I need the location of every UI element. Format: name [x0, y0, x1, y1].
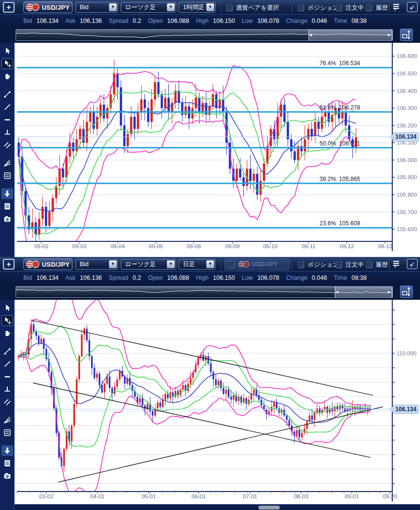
minimize-window-button[interactable]: ↙: [407, 2, 418, 12]
fibonacci-fan-icon: [2, 158, 13, 168]
svg-text:106.600: 106.600: [397, 53, 417, 59]
add-chart-button[interactable]: +: [3, 259, 15, 270]
spread-value: 0.2: [133, 18, 141, 24]
tool-fibonacci-fan-button[interactable]: [1, 415, 13, 425]
tool-memo-button[interactable]: [1, 201, 13, 212]
low-value: 106.078: [257, 274, 279, 281]
chart-type-select[interactable]: ローソク足 ▼: [121, 259, 176, 270]
svg-text:110.000: 110.000: [397, 350, 417, 356]
tool-line-button[interactable]: [1, 102, 13, 112]
arrow-down-icon: [2, 189, 13, 199]
tool-trendline-button[interactable]: [1, 89, 13, 100]
fib-level-label: 23.6% 105.609: [320, 220, 361, 227]
chart-type-value: ローソク足: [125, 260, 156, 269]
range-handle-right[interactable]: ▶: [388, 290, 390, 294]
price-type-value: Bid: [80, 261, 89, 268]
svg-text:04-01: 04-01: [90, 493, 104, 499]
svg-text:105.700: 105.700: [397, 209, 417, 215]
pan-icon: [2, 72, 13, 81]
positions-checkbox[interactable]: [298, 5, 304, 11]
tool-line-button[interactable]: [1, 359, 13, 369]
range-handle-left[interactable]: ◀: [336, 290, 338, 294]
tool-parallel-lines-button[interactable]: [1, 140, 13, 150]
chart-window-hourly: + USD/JPY Bid ▼ ローソク足 ▼ 1時間足 ▼ 通貨ペアを選択 ポ…: [0, 0, 420, 257]
pair-button[interactable]: USD/JPY: [23, 258, 73, 270]
chart-range-scrollbar[interactable]: ◀▶: [16, 286, 393, 298]
fibonacci-retracement-icon: [2, 428, 13, 437]
svg-text:09-03: 09-03: [72, 243, 86, 249]
tool-parallel-lines-button[interactable]: [1, 397, 13, 407]
indicator-menu-icon[interactable]: [392, 260, 400, 269]
pair-button[interactable]: USD/JPY: [23, 1, 73, 13]
history-checkbox[interactable]: [366, 5, 372, 11]
range-handle-right[interactable]: ▶: [388, 33, 390, 37]
chart-type-select[interactable]: ローソク足 ▼: [121, 2, 176, 13]
price-type-select[interactable]: Bid ▼: [75, 259, 118, 270]
orders-checkbox[interactable]: [336, 5, 342, 11]
fibonacci-fan-icon: [2, 415, 13, 425]
positions-label: ポジション: [308, 4, 339, 12]
svg-text:09-02: 09-02: [34, 243, 48, 249]
price-type-select[interactable]: Bid ▼: [75, 2, 118, 13]
tool-vertical-line-button[interactable]: [1, 384, 13, 395]
range-handle-left[interactable]: ◀: [310, 33, 312, 37]
minimize-window-button[interactable]: ↙: [407, 259, 418, 269]
tool-pointer-button[interactable]: [1, 303, 13, 313]
tool-pan-button[interactable]: [1, 328, 13, 339]
tool-screenshot-button[interactable]: [1, 214, 13, 224]
tool-fibonacci-retracement-button[interactable]: [1, 170, 13, 181]
orders-label: 注文中: [346, 4, 364, 12]
add-chart-button[interactable]: +: [3, 2, 15, 13]
toolbar-separator: [292, 258, 292, 270]
drawing-toolbar: [0, 300, 15, 510]
history-checkbox[interactable]: [366, 262, 372, 268]
tool-horizontal-line-button[interactable]: [1, 371, 13, 382]
tool-pointer-move-button[interactable]: [1, 315, 13, 326]
compare-pair-control: USD/JPY: [224, 258, 290, 270]
auto-scale-button[interactable]: [400, 286, 413, 298]
memo-icon: [2, 201, 13, 211]
positions-checkbox[interactable]: [298, 262, 304, 268]
change-value: 0.046: [312, 274, 327, 281]
tool-horizontal-line-button[interactable]: [1, 114, 13, 125]
svg-text:03-02: 03-02: [39, 493, 53, 499]
indicator-menu-icon[interactable]: [392, 3, 400, 12]
tool-pointer-move-button[interactable]: [1, 58, 13, 69]
history-control: 履歴: [366, 261, 388, 269]
horizontal-scrollbar[interactable]: [0, 504, 420, 510]
chart-range-scrollbar[interactable]: ◀▶: [16, 29, 393, 41]
tool-memo-button[interactable]: [1, 458, 13, 469]
tool-fibonacci-retracement-button[interactable]: [1, 427, 13, 438]
quote-bar: Bid106.134 Ask106.136 Spread0.2 Open106.…: [0, 272, 420, 284]
tool-vertical-line-button[interactable]: [1, 127, 13, 138]
svg-text:09-09: 09-09: [225, 243, 239, 249]
positions-control: ポジション: [298, 4, 339, 12]
pair-select-checkbox[interactable]: [226, 5, 233, 11]
orders-checkbox[interactable]: [336, 262, 342, 268]
timeframe-select[interactable]: 1時間足 ▼: [179, 2, 216, 13]
positions-control: ポジション: [298, 261, 339, 269]
daily-candlestick-chart[interactable]: 110.00003-0204-0105-0106-0107-0108-0309-…: [0, 300, 420, 504]
svg-text:09-05: 09-05: [149, 243, 163, 249]
chart-type-value: ローソク足: [125, 3, 156, 12]
orders-control: 注文中: [336, 4, 364, 12]
compare-pair-checkbox[interactable]: [228, 261, 235, 268]
tool-fibonacci-fan-button[interactable]: [1, 158, 13, 168]
timeframe-value: 1時間足: [183, 3, 204, 12]
visible-range-selection[interactable]: [335, 287, 392, 297]
tool-arrow-down-button[interactable]: [1, 445, 13, 456]
auto-scale-button[interactable]: [400, 29, 413, 41]
svg-text:06-01: 06-01: [191, 493, 205, 499]
toolbar-hourly: + USD/JPY Bid ▼ ローソク足 ▼ 1時間足 ▼ 通貨ペアを選択 ポ…: [0, 0, 420, 15]
tool-screenshot-button[interactable]: [1, 471, 13, 481]
tool-trendline-button[interactable]: [1, 346, 13, 357]
horizontal-line-icon: [2, 372, 13, 382]
tool-pan-button[interactable]: [1, 71, 13, 82]
tool-pointer-button[interactable]: [1, 46, 13, 56]
visible-range-selection[interactable]: [309, 30, 392, 40]
hourly-candlestick-chart[interactable]: 76.4% 106.53461.8% 106.27850.0% 106.0713…: [0, 43, 420, 257]
tool-arrow-down-button[interactable]: [1, 188, 13, 199]
line-icon: [2, 102, 13, 112]
scrollbar-thumb[interactable]: [258, 506, 280, 510]
timeframe-select[interactable]: 日足 ▼: [179, 259, 216, 270]
